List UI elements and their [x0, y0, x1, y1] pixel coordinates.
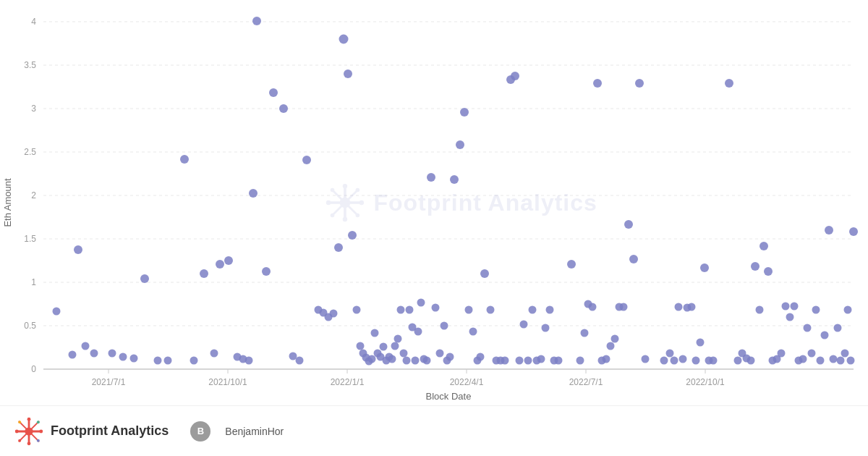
svg-point-37 — [39, 429, 43, 433]
dot — [487, 306, 495, 314]
dot — [69, 351, 77, 359]
dot — [469, 328, 477, 336]
y-tick-1: 1 — [31, 277, 36, 287]
y-tick-05: 0.5 — [24, 321, 36, 331]
dot — [844, 306, 852, 314]
dot — [397, 306, 405, 314]
dot — [791, 303, 799, 311]
dot — [339, 35, 349, 44]
dot — [353, 306, 361, 314]
dot — [441, 322, 448, 330]
dot — [388, 355, 396, 363]
dot — [555, 357, 563, 365]
dot — [477, 353, 485, 361]
dot — [675, 303, 683, 311]
dot — [841, 350, 849, 358]
dot — [511, 72, 519, 80]
dot — [576, 357, 584, 365]
dot — [465, 306, 473, 314]
dot — [837, 357, 845, 365]
svg-point-36 — [15, 429, 19, 433]
y-tick-3: 3 — [31, 104, 36, 114]
dot — [786, 313, 794, 321]
dot — [394, 335, 402, 343]
dot — [344, 69, 352, 78]
chart-area: 0 0.5 1 1.5 2 2.5 3 3.5 4 Eth Amount 202… — [0, 0, 868, 405]
dot — [90, 350, 98, 358]
brand-name: Footprint Analytics — [51, 423, 169, 439]
dot — [603, 355, 610, 363]
dot — [224, 256, 233, 265]
svg-point-34 — [27, 417, 31, 421]
dot — [611, 335, 619, 343]
x-tick-3: 2022/1/1 — [331, 377, 365, 387]
dot — [700, 263, 709, 272]
dot — [368, 355, 376, 363]
y-tick-2: 2 — [31, 190, 36, 200]
dot — [140, 274, 149, 283]
dot — [725, 79, 733, 88]
dot — [501, 357, 509, 365]
dot — [357, 342, 365, 350]
dot — [812, 306, 820, 314]
y-tick-4: 4 — [31, 17, 36, 27]
brand-logo: Footprint Analytics — [14, 417, 169, 446]
dot — [446, 353, 454, 361]
dot — [456, 140, 464, 149]
dot — [849, 227, 858, 236]
dot — [180, 155, 189, 164]
svg-point-40 — [37, 421, 40, 423]
footer: Footprint Analytics B BenjaminHor — [0, 405, 868, 456]
dot — [200, 269, 208, 278]
user-name: BenjaminHor — [225, 426, 284, 437]
dot — [279, 104, 288, 113]
dot — [417, 299, 425, 307]
svg-point-38 — [18, 421, 21, 423]
dot — [524, 357, 532, 365]
dot — [330, 310, 338, 318]
y-tick-25: 2.5 — [24, 147, 36, 157]
dot — [734, 357, 742, 365]
dot — [581, 329, 589, 337]
dot — [423, 357, 431, 365]
scatter-chart: 0 0.5 1 1.5 2 2.5 3 3.5 4 Eth Amount 202… — [0, 0, 868, 405]
dot — [607, 342, 615, 350]
dot — [403, 357, 411, 365]
y-tick-35: 3.5 — [24, 60, 36, 70]
dot — [671, 357, 678, 365]
x-tick-6: 2022/10/1 — [686, 377, 725, 387]
dot — [620, 303, 628, 311]
dot — [269, 88, 278, 97]
dot — [635, 79, 644, 88]
dot — [516, 357, 524, 365]
dot — [830, 355, 838, 363]
dot — [666, 350, 674, 358]
dot — [427, 173, 435, 182]
dot — [804, 324, 812, 332]
dot — [692, 357, 700, 365]
dot — [817, 357, 825, 365]
x-tick-5: 2022/7/1 — [569, 377, 603, 387]
dot — [808, 350, 816, 358]
y-axis-label: Eth Amount — [2, 178, 13, 227]
dot — [348, 231, 357, 240]
svg-point-35 — [27, 442, 31, 445]
dot — [436, 350, 444, 358]
dot — [480, 269, 489, 278]
dot — [529, 306, 537, 314]
dot — [546, 306, 554, 314]
dot — [642, 355, 650, 363]
dot — [697, 339, 705, 347]
dot — [210, 350, 218, 358]
dot — [414, 328, 422, 336]
dot — [847, 357, 855, 365]
dot — [130, 355, 138, 363]
dot — [262, 267, 271, 276]
dot — [252, 17, 261, 25]
dot — [624, 220, 633, 229]
dot — [53, 308, 61, 316]
dot — [751, 262, 760, 271]
dot — [756, 306, 764, 314]
dot — [825, 226, 833, 235]
dot — [460, 108, 469, 117]
